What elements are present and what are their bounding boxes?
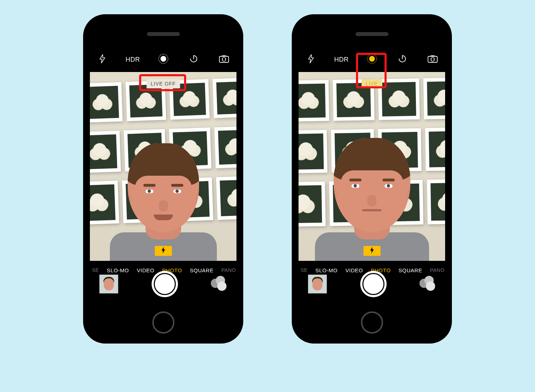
- timer-icon: [398, 54, 407, 65]
- camera-switch-button[interactable]: [215, 52, 233, 67]
- hdr-label: HDR: [126, 56, 140, 63]
- hdr-button[interactable]: HDR: [332, 52, 350, 67]
- filters-button[interactable]: [419, 276, 436, 292]
- flash-icon: [99, 54, 106, 65]
- camera-bottom-controls: [90, 264, 236, 304]
- timer-button[interactable]: [185, 52, 203, 67]
- last-photo-thumbnail[interactable]: [308, 274, 327, 294]
- camera-switch-button[interactable]: [424, 52, 442, 67]
- camera-bottom-controls: [299, 264, 445, 304]
- camera-viewfinder[interactable]: LIVE: [299, 72, 445, 261]
- last-photo-thumbnail[interactable]: [99, 274, 118, 294]
- subject-person: [110, 122, 217, 261]
- live-photo-icon: [158, 53, 169, 66]
- shutter-button[interactable]: [360, 271, 387, 297]
- flash-button[interactable]: [93, 52, 111, 67]
- flash-button[interactable]: [302, 52, 320, 67]
- hdr-label: HDR: [334, 56, 349, 63]
- flash-icon: [161, 247, 165, 255]
- phone-screen: HDR: [299, 47, 445, 304]
- flash-indicator-badge: [363, 246, 381, 256]
- shutter-button[interactable]: [152, 271, 178, 297]
- viewfinder-scene: [299, 72, 445, 261]
- camera-viewfinder[interactable]: LIVE OFF: [90, 72, 236, 261]
- timer-button[interactable]: [393, 52, 411, 67]
- iphone-device-right: HDR: [292, 15, 451, 343]
- tutorial-highlight: [356, 53, 387, 88]
- subject-person: [315, 115, 429, 261]
- flash-icon: [308, 54, 314, 65]
- phone-speaker: [147, 32, 180, 36]
- camera-top-toolbar: HDR: [90, 47, 236, 72]
- live-photo-button[interactable]: [154, 52, 172, 67]
- filters-button[interactable]: [211, 276, 227, 292]
- camera-switch-icon: [427, 55, 438, 65]
- viewfinder-scene: [90, 72, 236, 261]
- svg-point-2: [162, 58, 164, 60]
- home-button[interactable]: [152, 311, 174, 334]
- tutorial-highlight: [139, 74, 186, 91]
- phone-screen: HDR: [90, 47, 236, 304]
- flash-icon: [370, 247, 374, 255]
- hdr-button[interactable]: HDR: [124, 52, 142, 67]
- home-button[interactable]: [361, 311, 383, 334]
- iphone-device-left: HDR: [84, 15, 243, 343]
- timer-icon: [189, 54, 198, 65]
- flash-indicator-badge: [155, 246, 172, 256]
- phone-speaker: [356, 32, 388, 36]
- camera-switch-icon: [219, 55, 229, 65]
